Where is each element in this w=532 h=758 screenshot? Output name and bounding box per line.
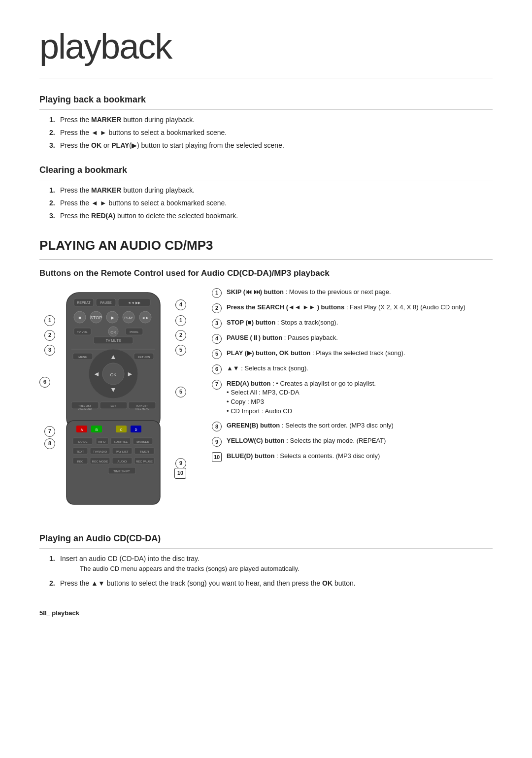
desc-num-7: 7	[212, 380, 222, 390]
callout-5a: 5	[175, 345, 186, 356]
step-2: 2. Press the ◄ ► buttons to select a boo…	[49, 128, 493, 138]
steps-playing-audio-cd: 1. Insert an audio CD (CD-DA) into the d…	[39, 554, 493, 589]
section-playing-back-bookmark: Playing back a bookmark 1. Press the MAR…	[39, 93, 493, 151]
svg-text:►: ►	[127, 370, 133, 378]
svg-text:TEXT: TEXT	[76, 450, 84, 453]
section-title-audio-cd: PLAYING AN AUDIO CD/MP3	[39, 236, 493, 260]
svg-text:MARKER: MARKER	[136, 440, 149, 443]
svg-text:REC MODE: REC MODE	[92, 460, 108, 463]
callout-7: 7	[44, 426, 55, 437]
audio-step-1: 1. Insert an audio CD (CD-DA) into the d…	[49, 554, 493, 576]
svg-text:▼: ▼	[110, 386, 117, 394]
callout-8: 8	[44, 438, 55, 449]
desc-num-2: 2	[212, 303, 222, 313]
svg-text:PAUSE: PAUSE	[100, 301, 112, 304]
svg-text:B: B	[96, 428, 98, 431]
svg-text:TV/RADIO: TV/RADIO	[93, 450, 107, 453]
svg-text:C: C	[120, 428, 122, 431]
section-playing-audio-cd: Playing an Audio CD(CD-DA) 1. Insert an …	[39, 532, 493, 589]
heading-clearing-bookmark: Clearing a bookmark	[39, 164, 493, 180]
svg-text:TIMER: TIMER	[140, 450, 149, 453]
svg-text:▶: ▶	[111, 315, 114, 320]
callout-1a: 1	[44, 315, 55, 326]
svg-text:TIME SHIFT: TIME SHIFT	[113, 470, 130, 473]
svg-text:PROG: PROG	[130, 330, 138, 333]
svg-text:PAY LIST: PAY LIST	[116, 450, 129, 453]
desc-text-8: GREEN(B) button : Selects the sort order…	[227, 421, 493, 430]
steps-playing-back-bookmark: 1. Press the MARKER button during playba…	[39, 115, 493, 151]
svg-text:REC PAUSE: REC PAUSE	[136, 460, 153, 463]
svg-text:■: ■	[78, 315, 81, 320]
desc-num-4: 4	[212, 334, 222, 344]
remote-descriptions: 1 SKIP (⏮ ⏭) button : Moves to the previ…	[212, 288, 493, 517]
page-title: playback	[39, 20, 493, 78]
callout-10: 10	[174, 468, 186, 479]
svg-text:PLAY: PLAY	[124, 316, 133, 320]
desc-text-7: RED(A) button : • Creates a playlist or …	[227, 379, 493, 416]
desc-num-9: 9	[212, 437, 222, 447]
desc-num-1: 1	[212, 288, 222, 298]
desc-text-3: STOP (■) button : Stops a track(song).	[227, 318, 493, 328]
svg-text:D: D	[134, 428, 137, 431]
desc-text-6: ▲▼ : Selects a track (song).	[227, 364, 493, 373]
desc-text-1: SKIP (⏮ ⏭) button : Moves to the previou…	[227, 288, 493, 297]
clear-step-3: 3. Press the RED(A) button to delete the…	[49, 211, 493, 221]
svg-text:▲: ▲	[110, 353, 117, 361]
desc-row-5: 5 PLAY (▶) button, OK button : Plays the…	[212, 349, 493, 359]
svg-text:RETURN: RETURN	[138, 356, 150, 359]
svg-text:MENU: MENU	[78, 356, 87, 359]
svg-text:◄►: ◄►	[141, 316, 149, 320]
desc-text-9: YELLOW(C) button : Selects the play mode…	[227, 436, 493, 446]
step-3: 3. Press the OK or PLAY(▶) button to sta…	[49, 140, 493, 151]
desc-text-5: PLAY (▶) button, OK button : Plays the s…	[227, 349, 493, 358]
heading-playing-back-bookmark: Playing back a bookmark	[39, 93, 493, 110]
audio-step-2: 2. Press the ▲▼ buttons to select the tr…	[49, 578, 493, 589]
callout-5b: 5	[175, 387, 186, 397]
desc-text-2: Press the SEARCH (◄◄ ►► ) buttons : Fast…	[227, 303, 493, 312]
callout-2b: 2	[175, 330, 186, 341]
svg-text:REC: REC	[77, 460, 84, 463]
svg-text:REPEAT: REPEAT	[77, 301, 91, 304]
remote-section: REPEAT PAUSE ◄◄ ▶▶ ■ STOP ▶ PLAY ◄► TV V…	[39, 288, 493, 517]
svg-text:INFO: INFO	[99, 440, 106, 443]
svg-text:TITLE MENU: TITLE MENU	[134, 407, 149, 410]
desc-row-9: 9 YELLOW(C) button : Selects the play mo…	[212, 436, 493, 447]
svg-text:GUIDE: GUIDE	[78, 440, 87, 443]
desc-row-6: 6 ▲▼ : Selects a track (song).	[212, 364, 493, 374]
desc-row-3: 3 STOP (■) button : Stops a track(song).	[212, 318, 493, 329]
desc-num-8: 8	[212, 422, 222, 431]
desc-num-3: 3	[212, 319, 222, 329]
svg-text:OK: OK	[110, 330, 116, 334]
desc-row-1: 1 SKIP (⏮ ⏭) button : Moves to the previ…	[212, 288, 493, 298]
clear-step-2: 2. Press the ◄ ► buttons to select a boo…	[49, 198, 493, 208]
svg-text:EXIT: EXIT	[110, 404, 116, 407]
desc-row-8: 8 GREEN(B) button : Selects the sort ord…	[212, 421, 493, 431]
callout-4: 4	[175, 299, 186, 310]
clear-step-1: 1. Press the MARKER button during playba…	[49, 185, 493, 196]
svg-text:A: A	[81, 428, 83, 431]
callout-2a: 2	[44, 330, 55, 341]
svg-text:SUBTITLE: SUBTITLE	[114, 440, 128, 443]
remote-control-svg: REPEAT PAUSE ◄◄ ▶▶ ■ STOP ▶ PLAY ◄► TV V…	[39, 288, 187, 514]
steps-clearing-bookmark: 1. Press the MARKER button during playba…	[39, 185, 493, 221]
svg-text:TV VOL: TV VOL	[77, 330, 88, 333]
callout-1b: 1	[175, 315, 186, 326]
desc-num-6: 6	[212, 364, 222, 374]
desc-text-4: PAUSE (⏸) button : Pauses playback.	[227, 333, 493, 343]
svg-text:DISC MENU: DISC MENU	[78, 407, 92, 410]
svg-text:◄: ◄	[93, 370, 100, 378]
desc-row-10: 10 BLUE(D) button : Selects a contents. …	[212, 452, 493, 462]
svg-text:OK: OK	[110, 372, 116, 377]
section-clearing-bookmark: Clearing a bookmark 1. Press the MARKER …	[39, 164, 493, 221]
svg-text:STOP: STOP	[90, 315, 102, 320]
callout-6: 6	[39, 377, 50, 388]
heading-playing-audio-cd: Playing an Audio CD(CD-DA)	[39, 532, 493, 549]
page-footer: 58_ playback	[39, 608, 493, 618]
svg-text:◄◄ ▶▶: ◄◄ ▶▶	[128, 301, 141, 304]
desc-row-4: 4 PAUSE (⏸) button : Pauses playback.	[212, 333, 493, 344]
desc-row-7: 7 RED(A) button : • Creates a playlist o…	[212, 379, 493, 416]
desc-text-10: BLUE(D) button : Selects a contents. (MP…	[227, 452, 493, 461]
callout-9: 9	[175, 458, 186, 469]
remote-wrapper: REPEAT PAUSE ◄◄ ▶▶ ■ STOP ▶ PLAY ◄► TV V…	[39, 288, 197, 517]
svg-text:TV MUTE: TV MUTE	[106, 339, 121, 342]
